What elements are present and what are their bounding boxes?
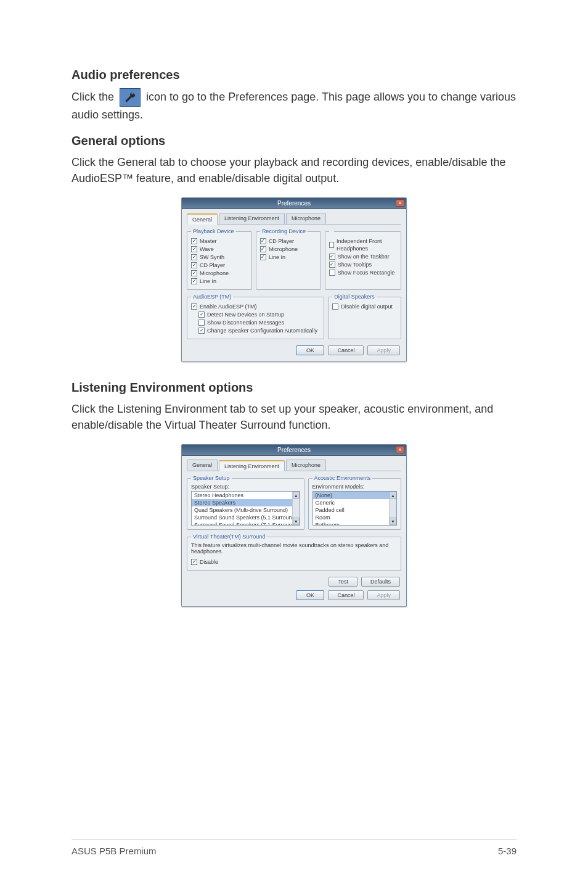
defaults-button[interactable]: Defaults <box>361 577 400 587</box>
digital-legend: Digital Speakers <box>332 294 377 300</box>
list-item[interactable]: Bathroom <box>313 521 396 526</box>
playback-swsynth[interactable]: SW Synth <box>191 254 248 261</box>
acoustic-legend: Acoustic Environments <box>312 475 373 481</box>
audioesp-disconnection[interactable]: Show Disconnection Messages <box>191 319 320 326</box>
vts-legend: Virtual Theater(TM) Surround <box>191 534 267 540</box>
general-options-heading: General options <box>71 134 517 148</box>
body-text-a: Click the <box>71 91 117 103</box>
acoustic-label: Environment Models: <box>312 484 397 490</box>
dialog-title: Preferences × <box>182 445 406 456</box>
recording-linein[interactable]: Line In <box>260 254 317 261</box>
audioesp-autoconfig[interactable]: Change Speaker Configuration Automatical… <box>191 327 320 334</box>
dialog-title: Preferences × <box>182 198 406 209</box>
preferences-wrench-icon <box>120 88 141 107</box>
ok-button[interactable]: OK <box>296 345 324 355</box>
footer-right: 5-39 <box>498 846 517 856</box>
dialog-title-text: Preferences <box>277 447 311 453</box>
misc-independent-headphones[interactable]: Independent Front Headphones <box>329 237 397 252</box>
list-item[interactable]: Quad Speakers (Multi-drive Surround) <box>192 506 300 514</box>
list-item[interactable]: Surround Sound Speakers (7.1 Surround) <box>192 521 300 526</box>
misc-focus-rect[interactable]: Show Focus Rectangle <box>329 269 397 276</box>
cancel-button[interactable]: Cancel <box>328 590 364 600</box>
cancel-button[interactable]: Cancel <box>328 345 364 355</box>
speaker-listbox[interactable]: Stereo Headphones Stereo Speakers Quad S… <box>191 491 300 526</box>
chevron-up-icon[interactable]: ▲ <box>390 492 396 499</box>
apply-button[interactable]: Apply <box>367 590 400 600</box>
acoustic-listbox[interactable]: (None) Generic Padded cell Room Bathroom… <box>312 491 397 526</box>
ok-button[interactable]: OK <box>296 590 324 600</box>
test-button[interactable]: Test <box>329 577 357 587</box>
list-item[interactable]: Stereo Speakers <box>192 499 300 506</box>
vts-disable[interactable]: Disable <box>191 558 397 566</box>
preferences-dialog-listening: Preferences × General Listening Environm… <box>181 444 407 607</box>
close-icon[interactable]: × <box>396 446 404 453</box>
speaker-label: Speaker Setup: <box>191 484 300 490</box>
tabs-row: General Listening Environment Microphone <box>187 213 401 225</box>
speaker-legend: Speaker Setup <box>191 475 232 481</box>
playback-cdplayer[interactable]: CD Player <box>191 262 248 269</box>
list-item[interactable]: Stereo Headphones <box>192 492 300 499</box>
audioesp-legend: AudioESP (TM) <box>191 294 233 300</box>
listening-environment-heading: Listening Environment options <box>71 381 517 395</box>
playback-wave[interactable]: Wave <box>191 245 248 253</box>
playback-master[interactable]: Master <box>191 237 248 245</box>
audioesp-detect[interactable]: Detect New Devices on Startup <box>191 311 320 318</box>
tab-listening[interactable]: Listening Environment <box>219 213 285 224</box>
apply-button[interactable]: Apply <box>367 345 400 355</box>
list-item[interactable]: Padded cell <box>313 506 396 514</box>
page-footer: ASUS P5B Premium 5-39 <box>71 839 517 856</box>
list-item[interactable]: (None) <box>313 492 396 499</box>
dialog-title-text: Preferences <box>277 200 311 207</box>
misc-tooltips[interactable]: Show Tooltips <box>329 261 397 268</box>
digital-disable[interactable]: Disable digital output <box>332 303 397 310</box>
footer-left: ASUS P5B Premium <box>71 846 157 856</box>
recording-legend: Recording Device <box>260 228 308 234</box>
recording-cdplayer[interactable]: CD Player <box>260 237 317 245</box>
listening-environment-body: Click the Listening Environment tab to s… <box>71 401 517 433</box>
scrollbar[interactable]: ▲ ▼ <box>292 492 300 525</box>
tabs-row: General Listening Environment Microphone <box>187 460 401 471</box>
tab-general[interactable]: General <box>187 460 218 471</box>
audio-preferences-heading: Audio preferences <box>71 68 517 82</box>
playback-microphone[interactable]: Microphone <box>191 270 248 277</box>
general-options-body: Click the General tab to choose your pla… <box>71 154 517 186</box>
chevron-down-icon[interactable]: ▼ <box>293 518 300 525</box>
chevron-up-icon[interactable]: ▲ <box>293 492 300 499</box>
tab-listening[interactable]: Listening Environment <box>219 460 285 471</box>
recording-microphone[interactable]: Microphone <box>260 245 317 253</box>
tab-microphone[interactable]: Microphone <box>286 460 326 471</box>
vts-description: This feature virtualizes multi-channel m… <box>191 542 397 555</box>
tab-microphone[interactable]: Microphone <box>286 213 326 224</box>
misc-taskbar[interactable]: Show on the Taskbar <box>329 253 397 260</box>
list-item[interactable]: Surround Sound Speakers (5.1 Surround) <box>192 514 300 521</box>
scrollbar[interactable]: ▲ ▼ <box>389 492 396 525</box>
playback-linein[interactable]: Line In <box>191 278 248 285</box>
list-item[interactable]: Generic <box>313 499 396 506</box>
chevron-down-icon[interactable]: ▼ <box>390 518 396 525</box>
audioesp-enable[interactable]: Enable AudioESP (TM) <box>191 303 320 310</box>
audio-preferences-body: Click the icon to go to the Preferences … <box>71 88 517 123</box>
playback-legend: Playback Device <box>191 228 236 234</box>
preferences-dialog-general: Preferences × General Listening Environm… <box>181 197 407 362</box>
tab-general[interactable]: General <box>187 213 218 225</box>
misc-legend <box>329 228 335 234</box>
list-item[interactable]: Room <box>313 514 396 521</box>
close-icon[interactable]: × <box>396 199 404 207</box>
